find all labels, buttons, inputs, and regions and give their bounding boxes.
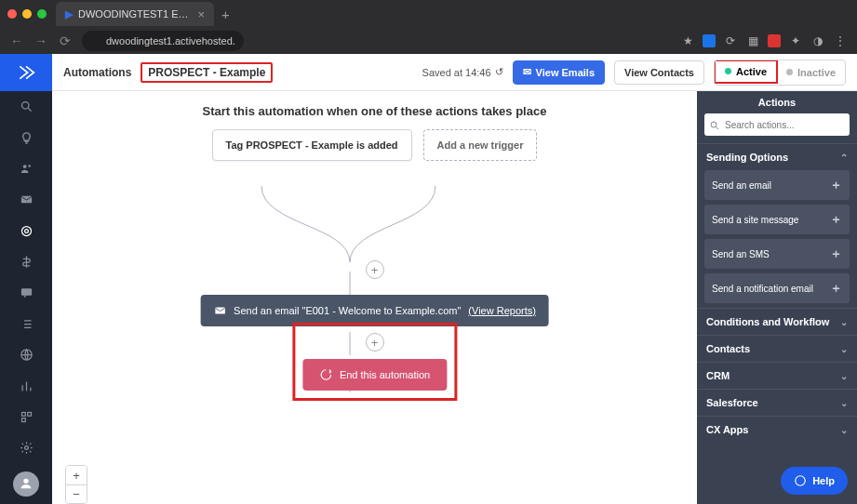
zoom-controls: + −	[65, 465, 87, 504]
ext-icon[interactable]: ⟳	[723, 33, 738, 48]
actions-search-input[interactable]	[704, 113, 850, 136]
nav-campaigns[interactable]	[0, 184, 52, 215]
zoom-out-button[interactable]: −	[66, 484, 87, 503]
svg-point-4	[21, 226, 31, 235]
nav-site[interactable]	[0, 339, 52, 370]
section-salesforce[interactable]: Salesforce⌄	[697, 389, 857, 416]
action-send-email[interactable]: Send an email＋	[704, 170, 850, 200]
chevron-down-icon: ⌄	[840, 371, 848, 381]
svg-point-5	[24, 229, 28, 232]
reload-button[interactable]: ⟳	[58, 33, 73, 48]
add-trigger-button[interactable]: Add a new trigger	[423, 129, 538, 161]
add-action-button[interactable]: +	[366, 260, 384, 279]
ext-icon[interactable]: ★	[680, 33, 695, 48]
new-tab-button[interactable]: +	[221, 7, 230, 22]
action-send-sms[interactable]: Send an SMS＋	[704, 239, 850, 269]
back-button[interactable]: ←	[9, 33, 24, 48]
window-controls[interactable]	[7, 9, 47, 19]
svg-rect-13	[215, 308, 225, 314]
status-toggle: Active Inactive	[714, 60, 846, 86]
section-cxapps[interactable]: CX Apps⌄	[697, 416, 857, 443]
automation-name[interactable]: PROSPECT - Example	[141, 62, 273, 83]
chevron-down-icon: ⌄	[840, 317, 848, 327]
status-dot-icon	[725, 68, 731, 74]
close-tab-icon[interactable]: ×	[197, 7, 205, 21]
user-avatar[interactable]	[13, 471, 39, 497]
left-nav	[0, 54, 52, 504]
tab-bar: ▶ DWOODINGTEST1 Email Mark × +	[0, 0, 857, 28]
email-action-node[interactable]: Send an email "E001 - Welcome to Example…	[200, 295, 549, 326]
view-reports-link[interactable]: (View Reports)	[468, 305, 536, 316]
address-input[interactable]	[82, 31, 244, 51]
chevron-up-icon: ⌃	[840, 153, 848, 163]
nav-conversations[interactable]	[0, 277, 52, 308]
nav-reports[interactable]	[0, 370, 52, 401]
svg-point-1	[22, 165, 26, 168]
status-dot-icon	[786, 69, 793, 75]
status-inactive-button[interactable]: Inactive	[777, 60, 845, 85]
email-icon: ✉	[523, 66, 531, 78]
actions-panel: Actions Sending Options ⌃ Send an email＋…	[697, 54, 857, 504]
app-root: Automations PROSPECT - Example Saved at …	[0, 54, 857, 504]
browser-tab[interactable]: ▶ DWOODINGTEST1 Email Mark ×	[56, 2, 214, 26]
favicon-icon: ▶	[65, 8, 73, 20]
extension-icons: ★ ⟳ ▦ ✦ ◑ ⋮	[680, 33, 848, 48]
svg-point-15	[796, 476, 806, 486]
nav-search[interactable]	[0, 91, 52, 122]
breadcrumb[interactable]: Automations	[63, 66, 131, 79]
nav-apps[interactable]	[0, 402, 52, 432]
nav-automations[interactable]	[0, 216, 52, 246]
status-active-button[interactable]: Active	[714, 60, 778, 84]
section-conditions[interactable]: Conditions and Workflow⌄	[697, 308, 857, 335]
svg-rect-3	[20, 196, 31, 204]
chevron-down-icon: ⌄	[840, 344, 848, 354]
action-send-notification[interactable]: Send a notification email＋	[704, 273, 850, 303]
nav-deals[interactable]	[0, 246, 52, 277]
action-label: Send an email "E001 - Welcome to Example…	[234, 305, 461, 316]
nav-lightbulb[interactable]	[0, 122, 52, 153]
panel-title: Actions	[697, 91, 857, 113]
plus-icon: ＋	[830, 177, 842, 193]
search-icon	[709, 118, 720, 135]
maximize-window-icon[interactable]	[37, 9, 47, 19]
zoom-in-button[interactable]: +	[66, 466, 87, 484]
nav-lists[interactable]	[0, 309, 52, 339]
svg-point-11	[24, 446, 28, 450]
nav-settings[interactable]	[0, 432, 52, 463]
ext-icon[interactable]	[768, 34, 781, 47]
ext-icon[interactable]	[703, 34, 716, 47]
forward-button[interactable]: →	[33, 33, 48, 48]
action-send-site-message[interactable]: Send a site message＋	[704, 205, 850, 234]
chevron-down-icon: ⌄	[840, 425, 848, 435]
svg-point-0	[21, 102, 29, 110]
minimize-window-icon[interactable]	[22, 9, 32, 19]
chat-icon	[794, 474, 807, 487]
menu-icon[interactable]: ⋮	[833, 33, 848, 48]
automation-canvas[interactable]: Start this automation when one of these …	[52, 54, 697, 504]
nav-contacts[interactable]	[0, 153, 52, 184]
section-contacts[interactable]: Contacts⌄	[697, 335, 857, 362]
view-emails-button[interactable]: ✉ View Emails	[513, 60, 605, 85]
trigger-card[interactable]: Tag PROSPECT - Example is added	[212, 129, 412, 161]
trigger-row: Tag PROSPECT - Example is added Add a ne…	[52, 129, 697, 161]
close-window-icon[interactable]	[7, 9, 17, 19]
app-logo[interactable]	[0, 54, 52, 91]
section-crm[interactable]: CRM⌄	[697, 362, 857, 389]
section-sending-options[interactable]: Sending Options ⌃	[697, 143, 857, 170]
end-highlight-box: End this automation	[292, 323, 457, 401]
profile-icon[interactable]: ◑	[810, 33, 825, 48]
browser-chrome: ▶ DWOODINGTEST1 Email Mark × + ← → ⟳ 🔒 ★…	[0, 0, 857, 54]
history-icon[interactable]: ↺	[495, 66, 503, 78]
tab-title: DWOODINGTEST1 Email Mark	[78, 8, 192, 20]
view-contacts-button[interactable]: View Contacts	[614, 60, 704, 85]
svg-point-2	[28, 165, 31, 167]
ext-icon[interactable]: ▦	[745, 33, 760, 48]
saved-status: Saved at 14:46 ↺	[422, 66, 503, 78]
help-button[interactable]: Help	[781, 467, 848, 495]
address-bar-row: ← → ⟳ 🔒 ★ ⟳ ▦ ✦ ◑ ⋮	[0, 28, 857, 54]
svg-rect-9	[27, 412, 31, 416]
email-icon	[213, 304, 226, 317]
end-automation-node[interactable]: End this automation	[302, 359, 447, 391]
svg-rect-6	[20, 289, 31, 297]
ext-puzzle-icon[interactable]: ✦	[788, 33, 803, 48]
